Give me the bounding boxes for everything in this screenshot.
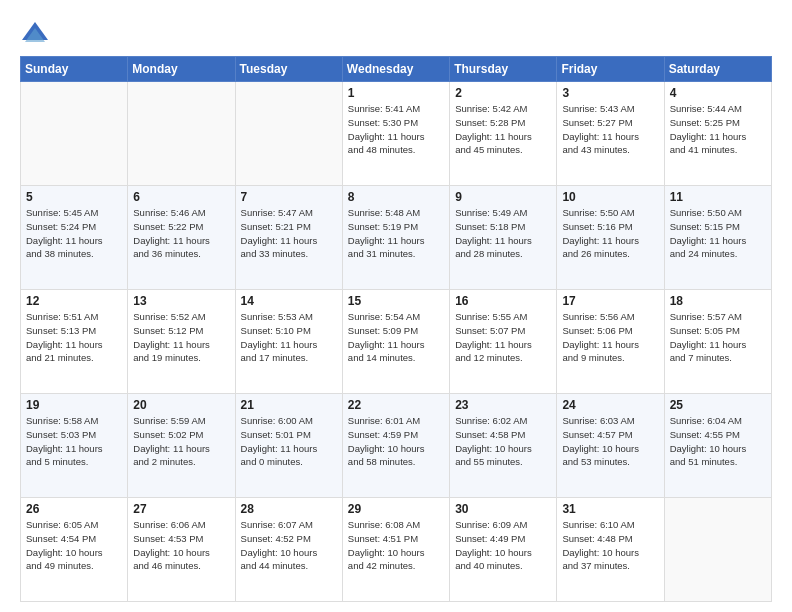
day-number: 22 (348, 398, 444, 412)
calendar-cell: 23Sunrise: 6:02 AM Sunset: 4:58 PM Dayli… (450, 394, 557, 498)
day-info: Sunrise: 5:45 AM Sunset: 5:24 PM Dayligh… (26, 206, 122, 261)
day-info: Sunrise: 6:04 AM Sunset: 4:55 PM Dayligh… (670, 414, 766, 469)
calendar-cell: 28Sunrise: 6:07 AM Sunset: 4:52 PM Dayli… (235, 498, 342, 602)
day-number: 3 (562, 86, 658, 100)
calendar-week-0: 1Sunrise: 5:41 AM Sunset: 5:30 PM Daylig… (21, 82, 772, 186)
day-number: 19 (26, 398, 122, 412)
day-info: Sunrise: 6:06 AM Sunset: 4:53 PM Dayligh… (133, 518, 229, 573)
day-info: Sunrise: 6:09 AM Sunset: 4:49 PM Dayligh… (455, 518, 551, 573)
calendar-cell: 22Sunrise: 6:01 AM Sunset: 4:59 PM Dayli… (342, 394, 449, 498)
day-info: Sunrise: 5:47 AM Sunset: 5:21 PM Dayligh… (241, 206, 337, 261)
calendar-header-thursday: Thursday (450, 57, 557, 82)
day-number: 31 (562, 502, 658, 516)
logo-icon (20, 18, 50, 48)
calendar-header-saturday: Saturday (664, 57, 771, 82)
day-info: Sunrise: 5:51 AM Sunset: 5:13 PM Dayligh… (26, 310, 122, 365)
day-number: 27 (133, 502, 229, 516)
day-number: 5 (26, 190, 122, 204)
day-info: Sunrise: 5:53 AM Sunset: 5:10 PM Dayligh… (241, 310, 337, 365)
day-number: 9 (455, 190, 551, 204)
calendar-cell: 11Sunrise: 5:50 AM Sunset: 5:15 PM Dayli… (664, 186, 771, 290)
day-info: Sunrise: 5:57 AM Sunset: 5:05 PM Dayligh… (670, 310, 766, 365)
day-info: Sunrise: 5:56 AM Sunset: 5:06 PM Dayligh… (562, 310, 658, 365)
day-info: Sunrise: 5:44 AM Sunset: 5:25 PM Dayligh… (670, 102, 766, 157)
day-info: Sunrise: 5:41 AM Sunset: 5:30 PM Dayligh… (348, 102, 444, 157)
day-info: Sunrise: 5:55 AM Sunset: 5:07 PM Dayligh… (455, 310, 551, 365)
calendar-cell: 26Sunrise: 6:05 AM Sunset: 4:54 PM Dayli… (21, 498, 128, 602)
day-info: Sunrise: 5:42 AM Sunset: 5:28 PM Dayligh… (455, 102, 551, 157)
calendar-cell: 5Sunrise: 5:45 AM Sunset: 5:24 PM Daylig… (21, 186, 128, 290)
day-number: 25 (670, 398, 766, 412)
calendar-week-2: 12Sunrise: 5:51 AM Sunset: 5:13 PM Dayli… (21, 290, 772, 394)
calendar-cell: 17Sunrise: 5:56 AM Sunset: 5:06 PM Dayli… (557, 290, 664, 394)
day-number: 23 (455, 398, 551, 412)
day-number: 2 (455, 86, 551, 100)
calendar-cell: 30Sunrise: 6:09 AM Sunset: 4:49 PM Dayli… (450, 498, 557, 602)
day-number: 28 (241, 502, 337, 516)
calendar-cell: 14Sunrise: 5:53 AM Sunset: 5:10 PM Dayli… (235, 290, 342, 394)
calendar-cell: 2Sunrise: 5:42 AM Sunset: 5:28 PM Daylig… (450, 82, 557, 186)
calendar-cell: 15Sunrise: 5:54 AM Sunset: 5:09 PM Dayli… (342, 290, 449, 394)
calendar-week-4: 26Sunrise: 6:05 AM Sunset: 4:54 PM Dayli… (21, 498, 772, 602)
calendar-cell: 24Sunrise: 6:03 AM Sunset: 4:57 PM Dayli… (557, 394, 664, 498)
calendar-table: SundayMondayTuesdayWednesdayThursdayFrid… (20, 56, 772, 602)
header (20, 18, 772, 48)
calendar-cell: 9Sunrise: 5:49 AM Sunset: 5:18 PM Daylig… (450, 186, 557, 290)
day-info: Sunrise: 5:43 AM Sunset: 5:27 PM Dayligh… (562, 102, 658, 157)
day-number: 10 (562, 190, 658, 204)
day-number: 6 (133, 190, 229, 204)
day-number: 29 (348, 502, 444, 516)
day-info: Sunrise: 6:08 AM Sunset: 4:51 PM Dayligh… (348, 518, 444, 573)
calendar-cell: 19Sunrise: 5:58 AM Sunset: 5:03 PM Dayli… (21, 394, 128, 498)
calendar-cell (235, 82, 342, 186)
calendar-cell: 8Sunrise: 5:48 AM Sunset: 5:19 PM Daylig… (342, 186, 449, 290)
day-info: Sunrise: 5:58 AM Sunset: 5:03 PM Dayligh… (26, 414, 122, 469)
day-number: 24 (562, 398, 658, 412)
calendar-week-1: 5Sunrise: 5:45 AM Sunset: 5:24 PM Daylig… (21, 186, 772, 290)
calendar-cell (128, 82, 235, 186)
calendar-cell: 12Sunrise: 5:51 AM Sunset: 5:13 PM Dayli… (21, 290, 128, 394)
calendar-header-wednesday: Wednesday (342, 57, 449, 82)
day-number: 21 (241, 398, 337, 412)
calendar-header-monday: Monday (128, 57, 235, 82)
day-number: 4 (670, 86, 766, 100)
day-number: 18 (670, 294, 766, 308)
calendar-cell: 1Sunrise: 5:41 AM Sunset: 5:30 PM Daylig… (342, 82, 449, 186)
calendar-cell: 7Sunrise: 5:47 AM Sunset: 5:21 PM Daylig… (235, 186, 342, 290)
calendar-header-friday: Friday (557, 57, 664, 82)
calendar-cell: 13Sunrise: 5:52 AM Sunset: 5:12 PM Dayli… (128, 290, 235, 394)
calendar-cell: 4Sunrise: 5:44 AM Sunset: 5:25 PM Daylig… (664, 82, 771, 186)
page: SundayMondayTuesdayWednesdayThursdayFrid… (0, 0, 792, 612)
day-info: Sunrise: 5:52 AM Sunset: 5:12 PM Dayligh… (133, 310, 229, 365)
day-number: 30 (455, 502, 551, 516)
day-info: Sunrise: 5:59 AM Sunset: 5:02 PM Dayligh… (133, 414, 229, 469)
day-info: Sunrise: 5:50 AM Sunset: 5:16 PM Dayligh… (562, 206, 658, 261)
calendar-cell: 3Sunrise: 5:43 AM Sunset: 5:27 PM Daylig… (557, 82, 664, 186)
calendar-header-tuesday: Tuesday (235, 57, 342, 82)
calendar-header-row: SundayMondayTuesdayWednesdayThursdayFrid… (21, 57, 772, 82)
day-number: 20 (133, 398, 229, 412)
calendar-cell (664, 498, 771, 602)
calendar-cell: 27Sunrise: 6:06 AM Sunset: 4:53 PM Dayli… (128, 498, 235, 602)
calendar-cell: 21Sunrise: 6:00 AM Sunset: 5:01 PM Dayli… (235, 394, 342, 498)
day-info: Sunrise: 6:03 AM Sunset: 4:57 PM Dayligh… (562, 414, 658, 469)
day-number: 17 (562, 294, 658, 308)
day-number: 26 (26, 502, 122, 516)
day-info: Sunrise: 6:10 AM Sunset: 4:48 PM Dayligh… (562, 518, 658, 573)
calendar-header-sunday: Sunday (21, 57, 128, 82)
calendar-cell: 6Sunrise: 5:46 AM Sunset: 5:22 PM Daylig… (128, 186, 235, 290)
day-info: Sunrise: 5:54 AM Sunset: 5:09 PM Dayligh… (348, 310, 444, 365)
day-info: Sunrise: 5:49 AM Sunset: 5:18 PM Dayligh… (455, 206, 551, 261)
calendar-cell: 10Sunrise: 5:50 AM Sunset: 5:16 PM Dayli… (557, 186, 664, 290)
day-info: Sunrise: 6:00 AM Sunset: 5:01 PM Dayligh… (241, 414, 337, 469)
day-info: Sunrise: 6:07 AM Sunset: 4:52 PM Dayligh… (241, 518, 337, 573)
day-info: Sunrise: 6:02 AM Sunset: 4:58 PM Dayligh… (455, 414, 551, 469)
day-info: Sunrise: 6:05 AM Sunset: 4:54 PM Dayligh… (26, 518, 122, 573)
day-number: 12 (26, 294, 122, 308)
day-number: 14 (241, 294, 337, 308)
day-number: 16 (455, 294, 551, 308)
day-info: Sunrise: 5:46 AM Sunset: 5:22 PM Dayligh… (133, 206, 229, 261)
day-number: 11 (670, 190, 766, 204)
day-number: 8 (348, 190, 444, 204)
calendar-cell: 25Sunrise: 6:04 AM Sunset: 4:55 PM Dayli… (664, 394, 771, 498)
